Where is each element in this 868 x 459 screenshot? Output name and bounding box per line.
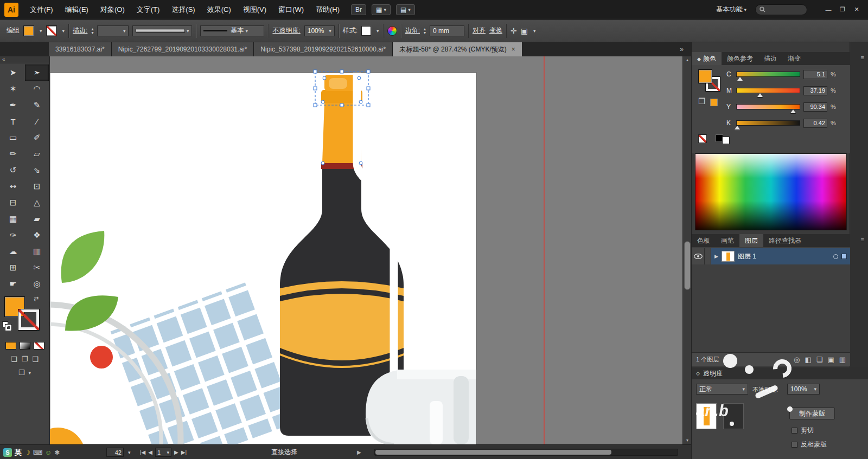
black-value-field[interactable]: 0.42 xyxy=(803,119,827,128)
magic-wand-tool[interactable]: ✶ xyxy=(1,81,25,97)
object-thumbnail[interactable] xyxy=(696,403,717,429)
previous-artboard-icon[interactable]: ◀ xyxy=(148,449,152,455)
isolate-selection-icon[interactable]: ✛ xyxy=(510,27,517,35)
restore-button[interactable]: ❐ xyxy=(835,4,850,15)
opacity-field[interactable]: 100%▾ xyxy=(787,384,820,395)
invert-mask-checkbox[interactable] xyxy=(792,442,797,448)
app-logo[interactable]: Ai xyxy=(4,3,18,17)
tab-swatches[interactable]: 色板 xyxy=(692,234,716,247)
tab-pathfinder[interactable]: 路径查找器 xyxy=(763,234,807,247)
vertical-scroll-thumb[interactable] xyxy=(684,241,691,290)
none-swatch[interactable] xyxy=(698,134,707,143)
new-sublayer-icon[interactable]: ❏ xyxy=(816,355,823,364)
horizontal-scrollbar[interactable] xyxy=(374,449,678,456)
keyboard-icon[interactable]: ⌨ xyxy=(33,449,42,456)
artboard-tool[interactable]: ⊞ xyxy=(1,260,25,276)
red-dot-shape[interactable] xyxy=(90,346,113,369)
screen-mode-button[interactable]: ❒ ▾ xyxy=(0,369,49,377)
mesh-tool[interactable]: ▦ xyxy=(1,211,25,227)
menu-help[interactable]: 帮助(H) xyxy=(310,0,346,20)
slider-thumb[interactable] xyxy=(735,126,740,130)
search-input[interactable] xyxy=(755,4,807,15)
slider-thumb[interactable] xyxy=(790,109,796,113)
next-artboard-icon[interactable]: ▶ xyxy=(174,449,178,455)
eraser-tool[interactable]: ▱ xyxy=(25,146,49,162)
brush-definition-dropdown[interactable]: 基本▾ xyxy=(200,25,264,36)
shape-builder-tool[interactable]: ⊟ xyxy=(1,195,25,211)
transform-link[interactable]: 变换 xyxy=(489,26,502,35)
tab-color-guide[interactable]: 颜色参考 xyxy=(722,52,758,65)
gradient-button[interactable] xyxy=(20,342,30,350)
document-tab-2[interactable]: Nipic_7262799_20190920103330028031.ai* xyxy=(112,42,254,56)
opacity-field[interactable]: 100%▾ xyxy=(304,25,335,36)
zoom-tool[interactable]: ◎ xyxy=(25,276,49,292)
menu-view[interactable]: 视图(V) xyxy=(237,0,272,20)
recolor-artwork-icon[interactable] xyxy=(387,26,397,36)
moon-icon[interactable]: ☽ xyxy=(24,449,30,456)
tab-stroke[interactable]: 描边 xyxy=(758,52,782,65)
layer-name[interactable]: 图层 1 xyxy=(738,252,830,261)
new-layer-icon[interactable]: ▣ xyxy=(827,355,834,364)
magenta-value-field[interactable]: 37.19 xyxy=(803,86,827,95)
zoom-control[interactable]: 42 ▾ xyxy=(106,445,131,459)
workspace-switcher[interactable]: 基本功能 ▾ xyxy=(716,5,746,14)
slider-thumb[interactable] xyxy=(737,77,743,81)
menu-object[interactable]: 对象(O) xyxy=(94,0,131,20)
width-tool[interactable]: ↭ xyxy=(1,178,25,195)
align-link[interactable]: 对齐 xyxy=(473,26,486,35)
clip-checkbox-row[interactable]: 剪切 xyxy=(792,426,814,435)
yellow-slider[interactable] xyxy=(736,104,800,109)
draw-behind-icon[interactable]: ❐ xyxy=(22,355,28,363)
blend-tool[interactable]: ❖ xyxy=(25,227,49,243)
stroke-color-swatch[interactable] xyxy=(46,25,57,36)
tab-color[interactable]: ◆颜色 xyxy=(692,52,722,65)
menu-file[interactable]: 文件(F) xyxy=(24,0,59,20)
vertical-scrollbar[interactable]: ▴ ▾ xyxy=(682,56,691,444)
panel-options-icon[interactable]: ▣ xyxy=(521,27,528,35)
blend-mode-dropdown[interactable]: 正常▾ xyxy=(696,384,748,395)
stroke-weight-stepper[interactable]: ▴▾ xyxy=(91,27,93,35)
fill-color-swatch[interactable] xyxy=(23,25,34,36)
opacity-link[interactable]: 不透明度: xyxy=(272,26,300,35)
perspective-grid-tool[interactable]: △ xyxy=(25,195,49,211)
minimize-button[interactable]: — xyxy=(821,4,835,15)
pencil-tool[interactable]: ✏ xyxy=(1,146,25,162)
selection-color-chip[interactable] xyxy=(841,254,847,259)
document-layout-button[interactable]: ▤ ▾ xyxy=(396,4,415,15)
black-slider[interactable] xyxy=(736,120,800,126)
magenta-slider[interactable] xyxy=(736,88,800,93)
tab-brushes[interactable]: 画笔 xyxy=(716,234,739,247)
scroll-up-icon[interactable]: ▴ xyxy=(683,56,692,64)
panel-fill-swatch[interactable] xyxy=(698,69,712,83)
status-expand-icon[interactable]: ▶ xyxy=(357,445,361,459)
bridge-button[interactable]: Br xyxy=(351,4,366,15)
tab-layers[interactable]: 图层 xyxy=(739,234,763,247)
transparency-header[interactable]: ◇ 透明度 xyxy=(692,367,868,379)
lasso-tool[interactable]: ◠ xyxy=(25,81,49,97)
corner-field[interactable]: 0 mm xyxy=(430,25,464,36)
scroll-down-icon[interactable]: ▾ xyxy=(683,437,692,444)
corner-stepper[interactable]: ▴▾ xyxy=(424,27,426,35)
menu-type[interactable]: 文字(T) xyxy=(131,0,166,20)
tab-gradient[interactable]: 渐变 xyxy=(782,52,806,65)
document-tab-3[interactable]: Nipic_537398_20190929202152610000.ai* xyxy=(254,42,393,56)
yellow-value-field[interactable]: 90.34 xyxy=(803,102,827,112)
artboard-view[interactable] xyxy=(50,56,682,444)
symbol-sprayer-tool[interactable]: ☁ xyxy=(1,243,25,260)
arrange-documents-button[interactable]: ▦ ▾ xyxy=(372,4,391,15)
direct-selection-tool[interactable]: ➣ xyxy=(25,64,49,81)
make-clip-mask-icon[interactable]: ◧ xyxy=(805,355,811,364)
panel-menu-icon[interactable]: ≡ xyxy=(861,54,864,61)
horizontal-scroll-thumb[interactable] xyxy=(375,450,611,455)
panel-menu-icon[interactable]: ≡ xyxy=(861,236,864,243)
width-profile-dropdown[interactable]: ▾ xyxy=(132,25,192,36)
selected-layer[interactable]: ▶ 图层 1 xyxy=(711,248,850,264)
curvature-tool[interactable]: ✎ xyxy=(25,97,49,113)
expand-layer-icon[interactable]: ▶ xyxy=(714,254,718,259)
corner-link[interactable]: 边角: xyxy=(405,26,420,35)
target-circle-icon[interactable] xyxy=(833,254,838,259)
ime-logo[interactable]: S xyxy=(3,448,12,457)
artboard-number-field[interactable]: 1▾ xyxy=(155,448,171,457)
menu-window[interactable]: 窗口(W) xyxy=(272,0,310,20)
slice-tool[interactable]: ✂ xyxy=(25,260,49,276)
